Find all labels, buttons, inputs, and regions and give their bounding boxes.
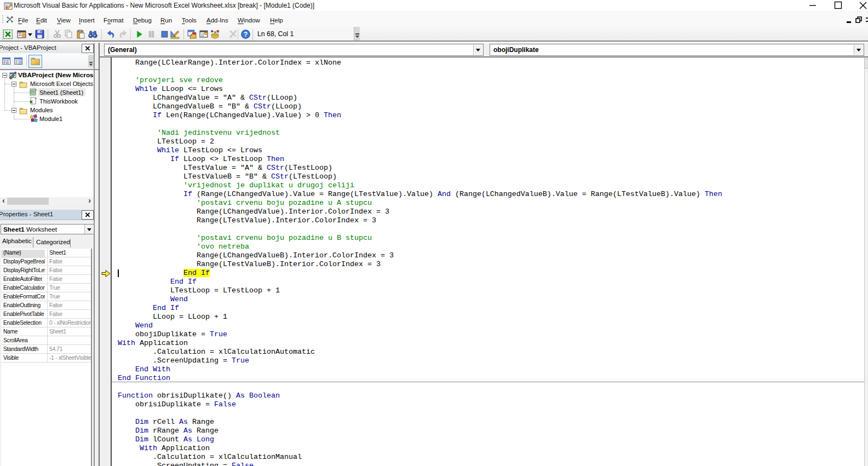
svg-text:?: ? (244, 31, 248, 38)
